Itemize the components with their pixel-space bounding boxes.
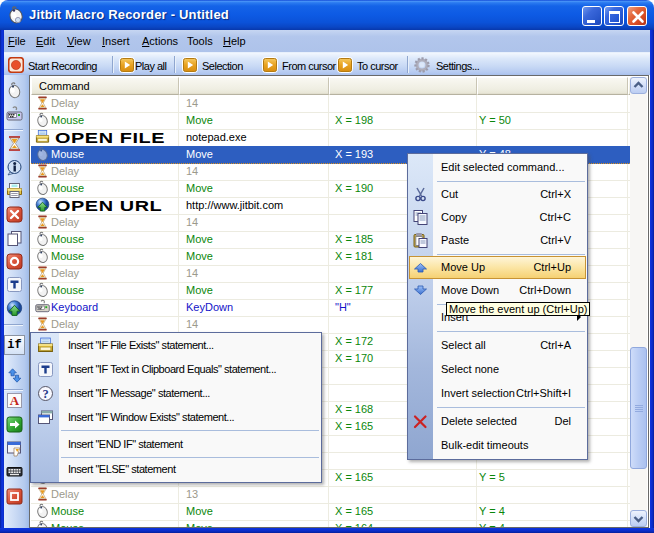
svg-text:A: A <box>10 393 20 408</box>
